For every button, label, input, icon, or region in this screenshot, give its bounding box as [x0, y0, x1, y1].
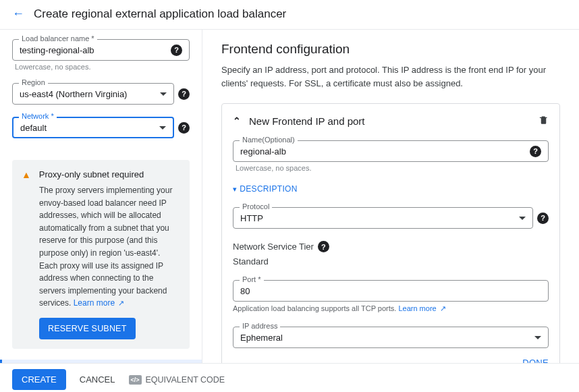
wizard-steps: ✓ Frontend configuration Backend configu…	[0, 360, 202, 363]
fe-name-hint: Lowercase, no spaces.	[233, 164, 549, 172]
proxy-subnet-warning: ▲ Proxy-only subnet required The proxy s…	[12, 160, 190, 349]
warning-learn-more-link[interactable]: Learn more ↗	[74, 298, 124, 308]
region-label: Region	[19, 78, 48, 86]
chevron-down-icon	[534, 336, 541, 339]
reserve-subnet-button[interactable]: RESERVE SUBNET	[39, 318, 136, 339]
delete-icon[interactable]	[539, 115, 549, 127]
port-field: Port Application load balancing supports…	[233, 280, 549, 313]
equivalent-code-button[interactable]: </> EQUIVALENT CODE	[129, 375, 225, 385]
help-icon[interactable]: ?	[178, 88, 190, 100]
top-bar: ← Create regional external application l…	[0, 0, 579, 30]
tier-value: Standard	[233, 256, 549, 267]
frontend-ip-port-card: ⌃ New Frontend IP and port Name(Optional…	[221, 103, 560, 363]
ip-address-field: IP address Ephemeral	[233, 327, 549, 348]
port-learn-more-link[interactable]: Learn more ↗	[398, 304, 445, 312]
right-panel: Frontend configuration Specify an IP add…	[202, 30, 579, 363]
warning-text: The proxy servers implementing your envo…	[39, 186, 172, 308]
tier-label: Network Service Tier ?	[233, 241, 549, 252]
chevron-down-icon	[160, 92, 167, 96]
chevron-down-icon	[159, 126, 166, 130]
external-link-icon: ↗	[438, 304, 446, 312]
warning-title: Proxy-only subnet required	[39, 169, 144, 179]
chevron-up-icon[interactable]: ⌃	[233, 115, 241, 126]
fe-name-input[interactable]	[240, 146, 530, 157]
region-field: Region us-east4 (Northern Virginia) ?	[12, 83, 190, 105]
help-icon[interactable]: ?	[537, 213, 549, 224]
lb-name-field: Load balancer name ? Lowercase, no space…	[12, 39, 190, 71]
protocol-field: Protocol HTTP ?	[233, 207, 549, 229]
port-hint-text: Application load balancing supports all …	[233, 304, 398, 312]
cancel-button[interactable]: CANCEL	[80, 374, 115, 385]
lb-name-label: Load balancer name	[19, 34, 97, 43]
help-icon[interactable]: ?	[530, 146, 541, 157]
section-title: Frontend configuration	[221, 42, 560, 57]
body: Load balancer name ? Lowercase, no space…	[0, 30, 579, 363]
lb-name-input[interactable]	[20, 45, 171, 55]
footer: CREATE CANCEL </> EQUIVALENT CODE	[0, 363, 579, 392]
card-title: New Frontend IP and port	[249, 115, 365, 127]
chevron-down-icon: ▾	[233, 185, 237, 194]
help-icon[interactable]: ?	[171, 45, 182, 56]
fe-name-label: Name(Optional)	[240, 136, 298, 144]
section-description: Specify an IP address, port and protocol…	[221, 63, 560, 90]
help-icon[interactable]: ?	[318, 241, 329, 252]
warning-triangle-icon: ▲	[22, 169, 31, 180]
step-frontend[interactable]: ✓ Frontend configuration	[0, 360, 202, 363]
description-toggle[interactable]: ▾ DESCRIPTION	[233, 184, 549, 194]
port-label: Port	[240, 275, 264, 283]
network-label: Network	[19, 112, 57, 120]
protocol-label: Protocol	[240, 202, 272, 211]
create-button[interactable]: CREATE	[12, 369, 66, 390]
back-arrow-icon[interactable]: ←	[12, 7, 24, 21]
done-button[interactable]: DONE	[522, 358, 549, 363]
left-panel: Load balancer name ? Lowercase, no space…	[0, 30, 202, 363]
ip-address-label: IP address	[240, 322, 280, 330]
page-title: Create regional external application loa…	[34, 7, 286, 21]
external-link-icon: ↗	[116, 299, 124, 307]
fe-name-field: Name(Optional) ? Lowercase, no spaces.	[233, 140, 549, 172]
protocol-select[interactable]: HTTP	[233, 207, 533, 229]
lb-name-hint: Lowercase, no spaces.	[12, 63, 190, 71]
network-field: Network default ?	[12, 117, 190, 138]
chevron-down-icon	[519, 217, 526, 220]
port-input[interactable]	[240, 286, 541, 296]
help-icon[interactable]: ?	[178, 122, 190, 134]
code-icon: </>	[129, 375, 142, 385]
